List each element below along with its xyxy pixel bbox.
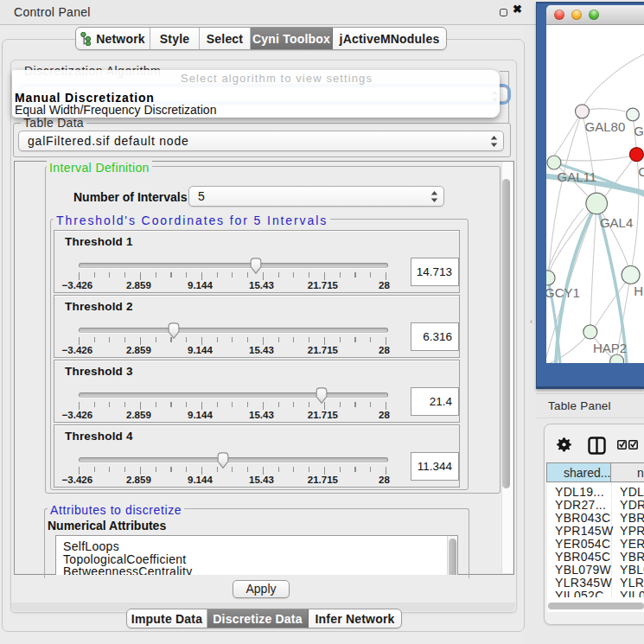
svg-text:GAL11: GAL11 [558, 169, 597, 184]
svg-text:GCY1: GCY1 [546, 285, 580, 300]
svg-text:H: H [634, 284, 643, 298]
svg-text:GAL4: GAL4 [600, 215, 633, 230]
svg-text:HAP2: HAP2 [593, 341, 627, 355]
svg-text:GA: GA [634, 124, 644, 138]
svg-text:GAL80: GAL80 [585, 119, 626, 134]
svg-text:C: C [638, 164, 644, 179]
